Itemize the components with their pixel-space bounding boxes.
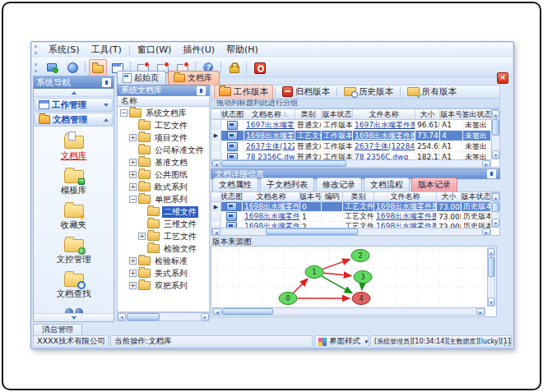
scrollbar-thumb[interactable] xyxy=(488,257,494,277)
column-header[interactable]: 大小 xyxy=(415,109,440,120)
tree-horizontal-scrollbar[interactable]: ◂ ▸ xyxy=(117,312,210,321)
scroll-up-icon[interactable]: ▴ xyxy=(488,248,494,256)
sync-computer-button[interactable] xyxy=(44,59,62,76)
detail-tab-1[interactable]: 文档属性 xyxy=(212,178,258,191)
sidebar-item[interactable]: 文档库 xyxy=(61,131,87,164)
detail-tab-3[interactable]: 修改记录 xyxy=(316,178,362,191)
column-header[interactable]: 版本状态 xyxy=(322,109,353,120)
drag-handle[interactable] xyxy=(35,45,39,54)
tree-expander-icon[interactable]: + xyxy=(129,134,137,141)
column-header[interactable]: 版本状态 xyxy=(462,192,491,202)
message-management-tab[interactable]: 消息管理 xyxy=(33,324,82,336)
sidebar-scroll-down[interactable] xyxy=(34,313,114,321)
scrollbar-thumb[interactable] xyxy=(492,202,499,212)
tree-node[interactable]: +公共图纸 xyxy=(118,168,209,181)
sidebar-collapse-button[interactable] xyxy=(34,89,114,97)
column-header[interactable]: 状态图 xyxy=(221,192,243,202)
version-button-3[interactable]: 历史版本 xyxy=(339,85,398,99)
scroll-right-icon[interactable]: ▸ xyxy=(482,228,490,235)
tree-node[interactable]: −系统文档库 xyxy=(118,107,209,119)
tree-expander-icon[interactable]: + xyxy=(138,233,146,240)
version-button-1[interactable]: 工作版本 xyxy=(214,85,273,99)
menu-item-4[interactable]: 插件(U) xyxy=(177,43,220,57)
drag-handle[interactable] xyxy=(35,63,39,72)
scroll-right-icon[interactable]: ▸ xyxy=(476,308,485,315)
version-button-4[interactable]: 所有版本 xyxy=(402,85,462,99)
sidebar-item[interactable]: 收藏夹 xyxy=(61,200,87,233)
column-header[interactable]: 文件名称 xyxy=(353,109,415,120)
scroll-down-icon[interactable]: ▾ xyxy=(492,150,499,159)
table-row[interactable]: 1697出水嘴零件图.dwg普通文档工作版本1697出水嘴零件图.dwg96.6… xyxy=(211,120,491,131)
tree-node[interactable]: +检验标准 xyxy=(118,255,209,267)
menu-item-3[interactable]: 窗口(W) xyxy=(132,43,177,57)
tree-node[interactable]: 三维文件 xyxy=(118,218,209,230)
interface-style-button[interactable]: 界面样式 ▾ xyxy=(314,335,369,348)
scroll-left-icon[interactable]: ◂ xyxy=(212,228,220,235)
pin-icon[interactable] xyxy=(102,78,111,87)
table-row[interactable]: 1698出水嘴零件图.dwg1工艺文件1698出水嘴零件图.dwg73.00KB… xyxy=(211,212,491,222)
tree-node[interactable]: +欧式系列 xyxy=(118,181,209,193)
column-header[interactable]: 文档名称 xyxy=(243,192,300,202)
column-header[interactable]: 状态图 xyxy=(221,109,244,120)
sidebar-item[interactable]: 模板库 xyxy=(61,165,87,198)
table-row[interactable]: ▶1698出水嘴零件图.dwg0工艺文件1698出水嘴零件图.dwg73.00K… xyxy=(211,202,491,212)
tree-node[interactable]: +美式系列 xyxy=(118,267,209,279)
sidebar-group-work[interactable]: 工作管理 xyxy=(35,98,113,112)
globe-button[interactable] xyxy=(63,59,81,76)
scroll-down-icon[interactable]: ▾ xyxy=(488,297,494,306)
table-row[interactable]: 2637主体(12284).dwg普通文档工作版本2637主体(12284).d… xyxy=(211,141,491,152)
tree-expander-icon[interactable]: + xyxy=(129,270,137,277)
documents-table-hscrollbar[interactable]: ◂ ▸ xyxy=(211,159,491,168)
column-header[interactable]: 编码 xyxy=(322,192,343,202)
scrollbar-thumb[interactable] xyxy=(221,160,346,167)
detail-tab-2[interactable]: 子文档列表 xyxy=(260,178,314,191)
column-header[interactable]: 类别 xyxy=(343,192,374,202)
column-header[interactable]: 大小 xyxy=(437,192,462,202)
scroll-up-icon[interactable]: ▴ xyxy=(492,193,499,201)
tree-expander-icon[interactable]: − xyxy=(129,196,137,203)
document-tab-1[interactable]: 起始页 xyxy=(117,71,166,85)
pin-icon[interactable] xyxy=(487,169,496,178)
scrollbar-thumb[interactable] xyxy=(266,228,358,235)
tree-column-header[interactable]: 名称 xyxy=(117,96,210,107)
tree-expander-icon[interactable]: − xyxy=(120,109,128,117)
detail-tab-5[interactable]: 版本记录 xyxy=(411,178,457,191)
sidebar-item[interactable]: 文控管理 xyxy=(57,234,91,267)
column-header[interactable]: 版本号 xyxy=(300,192,322,202)
tree-expander-icon[interactable]: + xyxy=(129,257,137,265)
column-header[interactable]: 文档名称△ xyxy=(244,109,295,120)
scroll-left-icon[interactable]: ◂ xyxy=(213,308,221,315)
graph-vscrollbar[interactable]: ▴ ▾ xyxy=(487,247,495,307)
table-row[interactable]: ▶1698出水嘴零件图.dwg工艺文件工作版本1698出水嘴零件图.dwg73.… xyxy=(211,131,491,141)
tree-node[interactable]: +工艺文件 xyxy=(118,230,209,242)
menu-item-1[interactable]: 系统(S) xyxy=(43,43,86,57)
scroll-down-icon[interactable]: ▾ xyxy=(492,219,499,227)
document-tab-2[interactable]: 文档库 xyxy=(168,71,220,85)
menu-item-5[interactable]: 帮助(H) xyxy=(220,43,264,57)
scroll-left-icon[interactable]: ◂ xyxy=(118,313,126,321)
resize-grip[interactable] xyxy=(504,340,510,346)
sidebar-header[interactable]: 系统导航 xyxy=(34,76,114,89)
scroll-left-icon[interactable]: ◂ xyxy=(212,160,220,167)
scroll-right-icon[interactable]: ▸ xyxy=(482,160,490,167)
tree-node[interactable]: +项目文件 xyxy=(118,131,209,144)
column-header[interactable]: 文件名称 xyxy=(374,192,437,202)
sidebar-item[interactable]: 文件夹查找 xyxy=(52,303,95,313)
tree-expander-icon[interactable]: + xyxy=(129,183,137,191)
tree-expander-icon[interactable]: + xyxy=(129,282,137,289)
detail-tab-4[interactable]: 文档流程 xyxy=(364,178,410,191)
scrollbar-thumb[interactable] xyxy=(127,313,160,321)
sidebar-item[interactable]: 文档查找 xyxy=(57,269,91,302)
tree-node[interactable]: +基准文档 xyxy=(118,156,209,168)
column-header[interactable]: 签出状态 xyxy=(463,109,491,120)
scrollbar-thumb[interactable] xyxy=(222,308,273,315)
tree-node[interactable]: 公司标准文件 xyxy=(118,144,209,156)
tree-node[interactable]: 工艺文件 xyxy=(118,119,209,131)
sidebar-group-docs[interactable]: 文档管理 xyxy=(35,113,113,127)
pin-icon[interactable] xyxy=(197,86,206,95)
scroll-up-icon[interactable]: ▴ xyxy=(492,110,499,118)
tree-node[interactable]: 检验文件 xyxy=(118,242,209,255)
scroll-right-icon[interactable]: ▸ xyxy=(201,313,209,321)
tree-expander-icon[interactable]: + xyxy=(129,171,137,178)
folder-view-button[interactable] xyxy=(89,59,107,76)
